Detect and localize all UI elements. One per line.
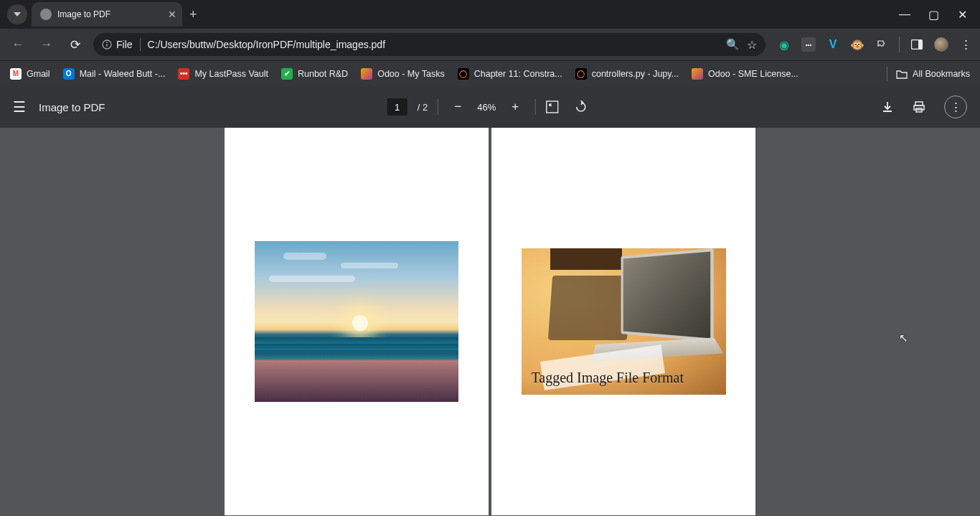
zoom-out-button[interactable]: − bbox=[448, 100, 467, 114]
page2-image: Tagged Image File Format bbox=[522, 248, 726, 395]
panel-icon bbox=[911, 39, 923, 50]
sunset-painting bbox=[255, 241, 458, 402]
separator bbox=[534, 99, 535, 115]
zoom-in-button[interactable]: + bbox=[506, 100, 524, 114]
url-scheme-label: File bbox=[116, 39, 133, 50]
new-tab-button[interactable]: + bbox=[189, 7, 197, 22]
download-button[interactable] bbox=[881, 100, 900, 113]
bookmark-label: Gmail bbox=[27, 69, 50, 79]
fit-page-button[interactable] bbox=[545, 100, 564, 113]
puzzle-icon bbox=[876, 39, 887, 50]
pdf-sidebar-toggle[interactable]: ☰ bbox=[13, 98, 26, 116]
profile-avatar[interactable] bbox=[934, 37, 948, 52]
site-info-button[interactable]: File bbox=[102, 39, 133, 50]
bookmark-odoo-tasks[interactable]: Odoo - My Tasks bbox=[361, 68, 445, 80]
forward-button[interactable]: → bbox=[36, 37, 57, 52]
bookmark-odoo-sme[interactable]: Odoo - SME License... bbox=[692, 68, 798, 80]
bookmark-gmail[interactable]: MGmail bbox=[10, 68, 50, 80]
browser-titlebar: Image to PDF ✕ + — ▢ ✕ bbox=[0, 0, 980, 29]
zoom-indicator-icon[interactable]: 🔍 bbox=[726, 38, 740, 51]
svg-rect-7 bbox=[914, 105, 924, 110]
extensions-button[interactable] bbox=[875, 37, 889, 52]
svg-rect-5 bbox=[546, 101, 557, 113]
all-bookmarks-button[interactable]: All Bookmarks bbox=[896, 69, 970, 79]
rotate-icon bbox=[574, 100, 587, 113]
browser-tab[interactable]: Image to PDF ✕ bbox=[32, 2, 182, 27]
pdf-toolbar: ☰ Image to PDF / 2 − 46% + ⋮ bbox=[0, 86, 980, 128]
pdf-page-1 bbox=[225, 128, 489, 515]
separator bbox=[140, 38, 141, 51]
page-sep: / bbox=[418, 102, 420, 113]
bookmark-label: Runbot R&D bbox=[298, 69, 348, 79]
globe-icon bbox=[40, 9, 52, 20]
reload-button[interactable]: ⟳ bbox=[65, 37, 86, 52]
download-icon bbox=[881, 100, 894, 113]
bookmark-outlook[interactable]: OMail - Waleed Butt -... bbox=[63, 68, 166, 80]
minimize-button[interactable]: — bbox=[897, 8, 913, 22]
bookmark-controllers[interactable]: ◯controllers.py - Jupy... bbox=[575, 68, 679, 80]
bookmark-chapter11[interactable]: ◯Chapter 11: Constra... bbox=[458, 68, 562, 80]
close-window-button[interactable]: ✕ bbox=[954, 8, 970, 22]
folder-icon bbox=[896, 69, 908, 79]
print-button[interactable] bbox=[913, 100, 931, 113]
bookmark-runbot[interactable]: ✔Runbot R&D bbox=[281, 68, 348, 80]
pdf-document-title: Image to PDF bbox=[39, 101, 105, 113]
separator bbox=[438, 99, 438, 115]
vimeo-icon[interactable]: V bbox=[826, 37, 840, 52]
chevron-down-icon bbox=[14, 12, 21, 17]
laptops-photo: Tagged Image File Format bbox=[522, 248, 726, 395]
all-bookmarks-label: All Bookmarks bbox=[913, 69, 970, 79]
grammarly-icon[interactable]: ◉ bbox=[777, 37, 791, 52]
bookmark-label: Odoo - SME License... bbox=[708, 69, 798, 79]
page-total: 2 bbox=[423, 102, 428, 113]
separator bbox=[899, 37, 900, 52]
lastpass-icon[interactable]: ••• bbox=[801, 37, 816, 52]
bookmarks-bar: MGmail OMail - Waleed Butt -... •••My La… bbox=[0, 60, 980, 86]
bookmark-star-button[interactable]: ☆ bbox=[747, 38, 757, 52]
zoom-percentage: 46% bbox=[477, 102, 496, 113]
pdf-page-2: Tagged Image File Format bbox=[491, 128, 755, 515]
bookmark-label: Chapter 11: Constra... bbox=[474, 69, 562, 79]
page-number-input[interactable] bbox=[387, 98, 407, 116]
back-button[interactable]: ← bbox=[7, 37, 29, 52]
svg-rect-4 bbox=[918, 40, 922, 49]
bookmark-lastpass[interactable]: •••My LastPass Vault bbox=[178, 68, 268, 80]
address-bar: ← → ⟳ File C:/Users/buttw/Desktop/IronPD… bbox=[0, 29, 980, 60]
close-tab-button[interactable]: ✕ bbox=[168, 9, 176, 20]
svg-point-2 bbox=[106, 42, 108, 43]
pdf-viewer[interactable]: Tagged Image File Format bbox=[0, 128, 980, 516]
bookmark-label: controllers.py - Jupy... bbox=[592, 69, 679, 79]
pdf-more-menu-button[interactable]: ⋮ bbox=[944, 95, 967, 118]
svg-rect-1 bbox=[106, 44, 107, 47]
window-controls: — ▢ ✕ bbox=[897, 8, 980, 22]
fit-icon bbox=[545, 100, 558, 113]
maximize-button[interactable]: ▢ bbox=[925, 8, 941, 22]
tabs-dropdown-button[interactable] bbox=[7, 4, 27, 24]
rotate-button[interactable] bbox=[574, 100, 593, 113]
bookmark-label: My LastPass Vault bbox=[194, 69, 268, 79]
side-panel-button[interactable] bbox=[910, 37, 924, 52]
tab-title: Image to PDF bbox=[57, 9, 110, 19]
image-caption: Tagged Image File Format bbox=[532, 370, 684, 386]
bookmark-label: Mail - Waleed Butt -... bbox=[80, 69, 166, 79]
url-field[interactable]: File C:/Users/buttw/Desktop/IronPDF/mult… bbox=[93, 33, 765, 56]
page1-image bbox=[255, 241, 458, 402]
separator bbox=[887, 67, 887, 81]
extension-icons: ◉ ••• V 🐵 ⋮ bbox=[773, 37, 973, 52]
info-icon bbox=[102, 39, 112, 50]
chrome-menu-button[interactable]: ⋮ bbox=[958, 37, 973, 52]
url-text: C:/Users/buttw/Desktop/IronPDF/multiple_… bbox=[148, 39, 719, 50]
monkey-icon[interactable]: 🐵 bbox=[850, 37, 864, 52]
bookmark-label: Odoo - My Tasks bbox=[377, 69, 445, 79]
print-icon bbox=[913, 100, 925, 113]
